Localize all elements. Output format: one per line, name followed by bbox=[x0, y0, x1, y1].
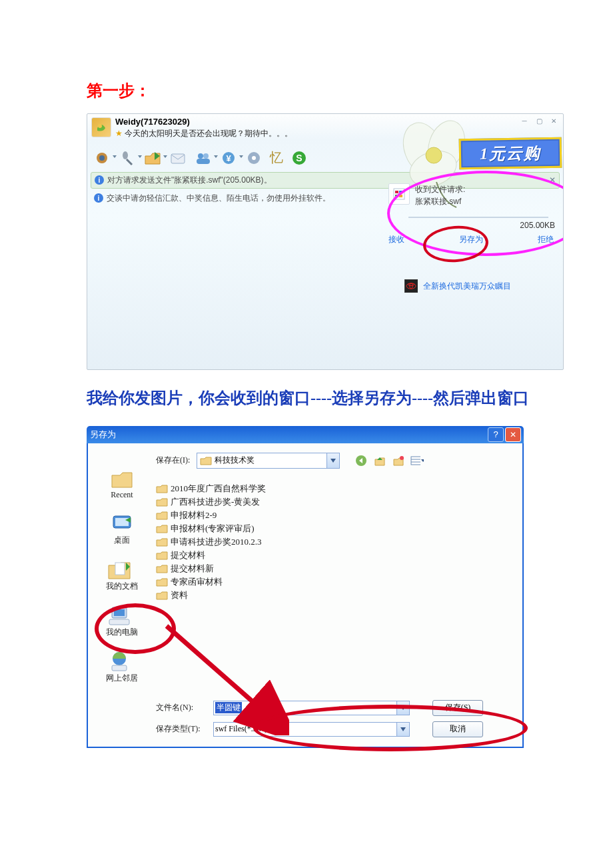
qq-chat-window: ─ ▢ ✕ Weidy(717623029) ★今天的太阳明天是否还会出现呢？期… bbox=[87, 113, 564, 370]
place-label: Recent bbox=[111, 490, 133, 499]
info-icon: i bbox=[95, 175, 104, 185]
close-button[interactable]: ✕ bbox=[505, 427, 521, 442]
webcam-button[interactable] bbox=[91, 149, 113, 167]
ad-text: 全新换代凯美瑞万众瞩目 bbox=[423, 281, 511, 292]
handwrite-button[interactable]: 忆 bbox=[269, 149, 285, 167]
list-item-label: 提交材料 bbox=[171, 549, 205, 561]
saveas-title: 另存为 bbox=[90, 429, 116, 441]
list-item[interactable]: 广西科技进步奖-黄美发 bbox=[156, 495, 512, 509]
list-item-label: 申报材料(专家评审后) bbox=[171, 523, 255, 535]
pay-button[interactable]: ¥ bbox=[218, 149, 239, 167]
ad-line[interactable]: 全新换代凯美瑞万众瞩目 bbox=[404, 279, 511, 293]
sogou-button[interactable]: S bbox=[289, 149, 310, 167]
saveas-titlebar: 另存为 ? ✕ bbox=[87, 426, 524, 443]
savein-dropdown-button[interactable] bbox=[327, 453, 340, 469]
desktop-icon bbox=[109, 512, 135, 535]
step-title: 第一步： bbox=[87, 80, 533, 101]
list-item[interactable]: 专家函审材料 bbox=[156, 575, 512, 589]
place-network[interactable]: 网上邻居 bbox=[106, 650, 138, 684]
list-item[interactable]: 提交材料新 bbox=[156, 562, 512, 575]
list-item-label: 广西科技进步奖-黄美发 bbox=[171, 496, 260, 508]
mail-button[interactable] bbox=[167, 149, 189, 167]
file-request-text: 对方请求发送文件"胀紧联接.swf"(205.00KB)。 bbox=[107, 175, 272, 185]
svg-point-7 bbox=[123, 151, 128, 159]
users-button[interactable] bbox=[193, 149, 214, 167]
back-button[interactable] bbox=[354, 454, 368, 467]
list-item-label: 资料 bbox=[171, 589, 188, 601]
mydocs-icon bbox=[106, 558, 133, 581]
list-item-label: 专家函审材料 bbox=[171, 576, 223, 588]
list-item[interactable]: 提交材料 bbox=[156, 549, 512, 562]
minimize-button[interactable]: ─ bbox=[519, 117, 530, 125]
window-controls: ─ ▢ ✕ bbox=[519, 117, 559, 125]
user-avatar bbox=[91, 117, 111, 137]
list-item[interactable]: 申报材料(专家评审后) bbox=[156, 522, 512, 535]
place-recent[interactable]: Recent bbox=[109, 467, 135, 500]
mic-button[interactable] bbox=[117, 149, 138, 167]
help-button[interactable]: ? bbox=[488, 427, 504, 442]
savein-bar: 保存在(I): 科技技术奖 bbox=[156, 453, 512, 469]
svg-rect-8 bbox=[171, 154, 185, 163]
annotation-mydocs-circle bbox=[95, 603, 176, 654]
list-item[interactable]: 申请科技进步奖2010.2.3 bbox=[156, 535, 512, 549]
list-item-label: 申请科技进步奖2010.2.3 bbox=[171, 536, 262, 548]
svg-point-25 bbox=[408, 283, 414, 285]
newfolder-button[interactable] bbox=[392, 454, 405, 467]
place-mydocs[interactable]: 我的文档 bbox=[106, 558, 138, 592]
place-label: 我的文档 bbox=[106, 581, 138, 591]
star-icon: ★ bbox=[115, 129, 123, 138]
svg-rect-28 bbox=[115, 563, 125, 575]
instruction-text: 我给你发图片，你会收到的窗口----选择另存为----然后弹出窗口 bbox=[87, 383, 533, 414]
list-item[interactable]: 资料 bbox=[156, 589, 512, 602]
toyota-icon bbox=[404, 279, 418, 293]
annotation-filename-oval bbox=[253, 705, 528, 751]
safety-notice-text: 交谈中请勿轻信汇款、中奖信息、陌生电话，勿使用外挂软件。 bbox=[107, 193, 330, 204]
savein-combo[interactable]: 科技技术奖 bbox=[197, 453, 327, 469]
svg-point-6 bbox=[99, 155, 105, 161]
maximize-button[interactable]: ▢ bbox=[534, 117, 544, 125]
saveas-dialog: 另存为 ? ✕ Recent 桌面 我的文档 我的电脑 bbox=[87, 426, 524, 748]
savein-label: 保存在(I): bbox=[156, 455, 190, 466]
viewmode-button[interactable] bbox=[410, 454, 424, 467]
up-button[interactable] bbox=[373, 454, 386, 467]
filename-label: 文件名(N): bbox=[156, 702, 213, 713]
recent-icon bbox=[109, 467, 135, 490]
title-text: Weidy(717623029) ★今天的太阳明天是否还会出现呢？期待中。。。 bbox=[115, 116, 293, 139]
promo-banner[interactable]: 1元云购 bbox=[459, 137, 562, 170]
svg-point-35 bbox=[400, 456, 404, 460]
list-item[interactable]: 申报材料2-9 bbox=[156, 509, 512, 522]
list-item-label: 申报材料2-9 bbox=[171, 509, 217, 521]
place-desktop[interactable]: 桌面 bbox=[109, 512, 135, 546]
svg-text:¥: ¥ bbox=[226, 153, 231, 163]
savein-value: 科技技术奖 bbox=[215, 455, 255, 466]
settings-button[interactable] bbox=[243, 149, 265, 167]
list-item-label: 提交材料新 bbox=[171, 563, 214, 575]
svg-rect-33 bbox=[112, 665, 127, 671]
svg-point-10 bbox=[203, 153, 209, 159]
info-icon: i bbox=[94, 193, 103, 203]
list-item[interactable]: 2010年度广西自然科学奖 bbox=[156, 482, 512, 495]
filetype-label: 保存类型(T): bbox=[156, 723, 213, 735]
sendfile-button[interactable] bbox=[142, 149, 163, 167]
svg-point-9 bbox=[198, 153, 203, 159]
svg-rect-36 bbox=[411, 457, 420, 465]
places-bar: Recent 桌面 我的文档 我的电脑 网上邻居 bbox=[88, 443, 156, 747]
svg-text:S: S bbox=[296, 153, 302, 163]
user-status: 今天的太阳明天是否还会出现呢？期待中。。。 bbox=[125, 129, 293, 138]
username: Weidy(717623029) bbox=[115, 117, 190, 127]
svg-rect-11 bbox=[197, 159, 210, 164]
svg-point-4 bbox=[98, 124, 102, 128]
list-item-label: 2010年度广西自然科学奖 bbox=[171, 483, 266, 495]
place-label: 桌面 bbox=[114, 535, 130, 545]
promo-text: 1元云购 bbox=[480, 142, 542, 165]
close-button[interactable]: ✕ bbox=[548, 117, 559, 125]
svg-point-3 bbox=[426, 147, 442, 163]
filename-value: 半圆键 bbox=[215, 702, 242, 713]
svg-point-15 bbox=[252, 156, 256, 160]
svg-rect-27 bbox=[115, 518, 129, 526]
place-label: 网上邻居 bbox=[106, 673, 138, 683]
folder-list[interactable]: 2010年度广西自然科学奖 广西科技进步奖-黄美发 申报材料2-9 申报材料(专… bbox=[156, 482, 512, 602]
